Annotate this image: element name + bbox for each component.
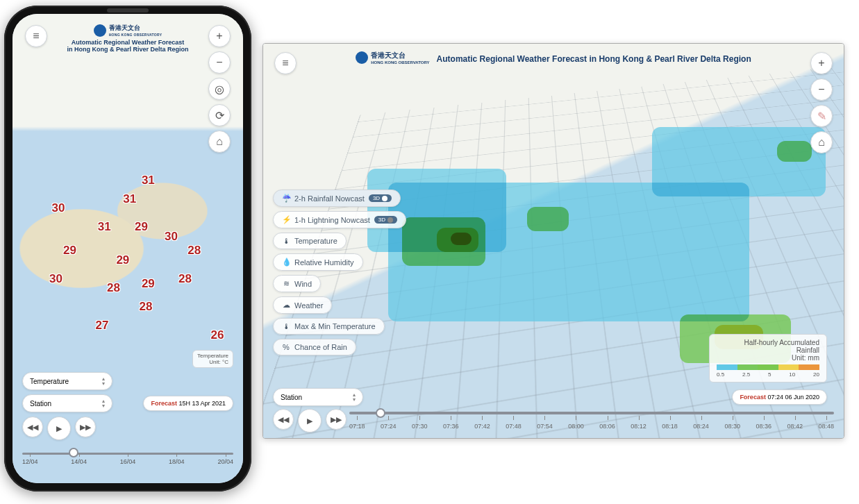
draw-button[interactable]: ✎ <box>810 105 833 127</box>
layer-label: Chance of Rain <box>294 343 347 351</box>
temp-reading: 30 <box>49 272 62 286</box>
layer-label: Wind <box>294 280 312 288</box>
play-icon: ▶ <box>56 424 62 433</box>
phone-menu-button[interactable]: ≡ <box>25 25 47 47</box>
desktop-panel: 香港天文台 HONG KONG OBSERVATORY Automatic Re… <box>262 43 844 439</box>
zoom-out-button[interactable]: − <box>208 51 231 74</box>
temp-reading: 31 <box>123 192 136 206</box>
home-button[interactable]: ⌂ <box>208 131 231 153</box>
minus-icon: − <box>216 56 222 69</box>
locate-icon: ◎ <box>215 83 224 96</box>
legend-colorbar <box>717 364 819 370</box>
home-icon: ⌂ <box>216 135 223 148</box>
pencil-icon: ✎ <box>817 110 826 123</box>
logo-text-en: HONG KONG OBSERVATORY <box>109 33 162 37</box>
temp-reading: 28 <box>178 272 192 286</box>
temp-reading: 29 <box>142 277 155 291</box>
station-select[interactable]: Station ▴▾ <box>22 394 112 412</box>
layer-icon: 💧 <box>282 258 290 267</box>
logo-text-cn: 香港天文台 <box>109 24 162 33</box>
chevron-updown-icon: ▴▾ <box>102 398 105 408</box>
phone-screen: 香港天文台 HONG KONG OBSERVATORY Automatic Re… <box>12 14 243 483</box>
layer-label: Max & Min Temperature <box>294 322 376 330</box>
layer-icon: % <box>282 343 290 351</box>
plus-icon: + <box>216 30 222 42</box>
param-select[interactable]: Temperature ▴▾ <box>22 372 112 390</box>
temp-reading: 30 <box>51 201 65 215</box>
legend-ticks: 0.52.551020 <box>717 371 819 378</box>
forward-icon: ▶▶ <box>331 415 342 424</box>
layer-icon: ⚡ <box>282 215 290 224</box>
layer-label: 2-h Rainfall Nowcast <box>294 194 365 203</box>
layer-pill[interactable]: ☔2-h Rainfall Nowcast3D <box>273 190 401 207</box>
layer-icon: ☁ <box>282 301 290 310</box>
layer-icon: ☔ <box>282 194 290 203</box>
layer-icon: ≋ <box>282 279 290 288</box>
temp-reading: 26 <box>211 328 224 342</box>
rewind-icon: ◀◀ <box>278 415 289 424</box>
desktop-menu-button[interactable]: ≡ <box>274 52 297 74</box>
desktop-title: Automatic Regional Weather Forecast in H… <box>437 54 751 64</box>
zoom-out-button[interactable]: − <box>810 78 833 101</box>
zoom-in-button[interactable]: + <box>208 25 231 47</box>
layer-pill[interactable]: 💧Relative Humidity <box>273 253 363 271</box>
play-button[interactable]: ▶ <box>47 417 71 440</box>
desktop-time-slider[interactable] <box>349 412 834 414</box>
temp-reading: 28 <box>140 300 153 314</box>
home-button[interactable]: ⌂ <box>810 131 833 153</box>
rewind-icon: ◀◀ <box>27 423 38 432</box>
layer-pill[interactable]: ☁Weather <box>273 296 332 314</box>
forward-icon: ▶▶ <box>80 423 91 432</box>
forward-button[interactable]: ▶▶ <box>75 417 96 437</box>
layer-list: ☔2-h Rainfall Nowcast3D⚡1-h Lightning No… <box>273 190 406 355</box>
legend: Half-hourly Accumulated Rainfall Unit: m… <box>709 334 827 383</box>
forward-button[interactable]: ▶▶ <box>326 409 347 430</box>
layer-icon: 🌡 <box>282 237 290 245</box>
locate-button[interactable]: ◎ <box>208 78 231 100</box>
layer-pill[interactable]: %Chance of Rain <box>273 339 356 355</box>
plus-icon: + <box>818 57 824 69</box>
layer-pill[interactable]: 🌡Max & Min Temperature <box>273 318 385 335</box>
menu-icon: ≡ <box>33 30 39 42</box>
chevron-updown-icon: ▴▾ <box>353 392 356 402</box>
layer-pill[interactable]: 🌡Temperature <box>273 233 347 249</box>
phone-mockup: 香港天文台 HONG KONG OBSERVATORY Automatic Re… <box>4 6 251 492</box>
temp-reading: 28 <box>187 244 201 258</box>
refresh-button[interactable]: ⟳ <box>208 104 231 126</box>
play-button[interactable]: ▶ <box>298 409 322 432</box>
desktop-forecast-pill: Forecast 07:24 06 Jun 2020 <box>732 389 827 405</box>
temp-reading: 30 <box>165 230 178 244</box>
temp-reading: 27 <box>96 319 109 333</box>
home-icon: ⌂ <box>818 136 825 149</box>
rewind-button[interactable]: ◀◀ <box>273 409 294 430</box>
unit-box: Temperature Unit: °C <box>192 350 233 368</box>
temp-reading: 31 <box>98 220 111 234</box>
minus-icon: − <box>818 83 824 96</box>
layer-pill[interactable]: ⚡1-h Lightning Nowcast3D <box>273 211 406 228</box>
layer-label: Weather <box>294 301 323 310</box>
phone-title-1: Automatic Regional Weather Forecast <box>47 39 208 46</box>
layer-pill[interactable]: ≋Wind <box>273 275 321 292</box>
temp-reading: 28 <box>107 281 120 295</box>
layer-icon: 🌡 <box>282 322 290 330</box>
hko-logo-icon <box>356 51 368 64</box>
slider-knob[interactable] <box>376 408 385 418</box>
chevron-updown-icon: ▴▾ <box>102 376 105 386</box>
temp-reading: 29 <box>135 220 148 234</box>
temp-reading: 29 <box>63 244 76 258</box>
badge-3d[interactable]: 3D <box>374 216 397 224</box>
phone-time-slider[interactable]: 12/0414/0416/0418/0420/04 <box>22 450 233 469</box>
desktop-station-select[interactable]: Station ▴▾ <box>273 388 363 406</box>
phone-slider-ticks: 12/0414/0416/0418/0420/04 <box>22 458 233 465</box>
temp-reading: 31 <box>142 174 155 187</box>
menu-icon: ≡ <box>282 57 288 69</box>
layer-label: 1-h Lightning Nowcast <box>294 216 370 224</box>
phone-title-2: in Hong Kong & Pearl River Delta Region <box>47 46 208 53</box>
layer-label: Relative Humidity <box>294 258 354 267</box>
rewind-button[interactable]: ◀◀ <box>22 417 43 437</box>
hko-logo-icon <box>94 24 106 37</box>
refresh-icon: ⟳ <box>215 109 224 122</box>
badge-3d[interactable]: 3D <box>369 194 392 202</box>
zoom-in-button[interactable]: + <box>810 52 833 74</box>
layer-label: Temperature <box>294 237 337 245</box>
